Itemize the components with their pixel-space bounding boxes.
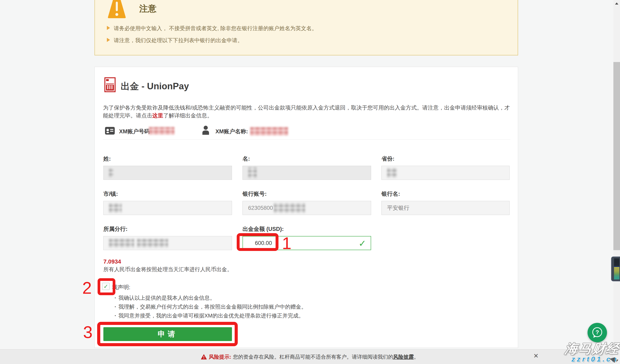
- valid-check-icon: ✓: [358, 238, 366, 249]
- close-icon[interactable]: ✕: [533, 352, 539, 360]
- annotation-box-2: [98, 278, 115, 295]
- branch-label: 所属分行:: [103, 225, 127, 233]
- intro-paragraph: 为了保护各方免受欺诈及降低洗钱和/或恐怖主义融资的可能性，公司出金款项只能依原入…: [103, 104, 512, 120]
- bank-account-input[interactable]: 62305800: [243, 201, 371, 215]
- province-input[interactable]: [381, 166, 510, 180]
- notice-item: 请注意，我们仅处理以下下拉列表中银行的出金申请。: [107, 37, 243, 44]
- bank-document-icon: [104, 77, 116, 92]
- redacted-branch: [109, 239, 134, 248]
- branch-input[interactable]: [103, 236, 232, 250]
- province-label: 省份:: [381, 155, 394, 163]
- help-bubble-icon: ?: [591, 326, 604, 339]
- account-number-label: XM账户号码:: [119, 128, 152, 135]
- declaration-item: 我确认以上提供的是我本人的出金信息。: [115, 294, 215, 302]
- exchange-rate-note: 所有人民币出金将按照处理当天汇率进行人民币出金。: [103, 266, 232, 273]
- risk-warning-icon: [201, 354, 207, 360]
- notice-box: 注意 请务必使用中文输入， 不接受拼音或者英文, 除非您在银行注册的账户姓名为英…: [94, 0, 518, 55]
- city-label: 市/镇:: [103, 190, 118, 197]
- panel-title: 出金 - UnionPay: [121, 80, 189, 92]
- redacted-account-name: [250, 127, 288, 136]
- annotation-number-3: 3: [83, 324, 93, 341]
- scrollbar-thumb[interactable]: [613, 62, 620, 250]
- svg-text:?: ?: [595, 329, 599, 335]
- redacted-branch: [137, 239, 168, 248]
- exchange-rate: 7.0934: [103, 258, 121, 265]
- watermark-title: 海马财经: [564, 340, 620, 357]
- person-icon: [202, 126, 209, 135]
- redacted-province: [387, 168, 397, 178]
- bullet-arrow-icon: [107, 38, 110, 42]
- first-name-input[interactable]: [243, 166, 371, 180]
- divider: [103, 139, 511, 139]
- bank-name-label: 银行名:: [381, 190, 400, 197]
- risk-warning-bar: 风险提示: 您的资金存在风险。杠杆商品可能不适合所有客户。请详细阅读我们的 风险…: [0, 349, 620, 364]
- annotation-box-1: [237, 233, 279, 251]
- notice-heading: 注意: [139, 3, 156, 15]
- redacted-first-name: [248, 167, 257, 178]
- redacted-city: [109, 203, 122, 213]
- scroll-up-icon[interactable]: [615, 2, 618, 4]
- redacted-bank-account: [274, 203, 305, 213]
- details-link[interactable]: 这里: [152, 112, 163, 119]
- bank-account-label: 银行账号:: [243, 190, 267, 197]
- bullet-arrow-icon: [107, 26, 110, 30]
- side-panel-widget[interactable]: [611, 257, 620, 281]
- risk-disclosure-link[interactable]: 风险披露: [393, 353, 414, 360]
- id-card-icon: [105, 127, 115, 135]
- redacted-account-number: [149, 127, 174, 135]
- redacted-last-name: [109, 168, 113, 178]
- annotation-number-1: 1: [282, 235, 292, 252]
- risk-warning-label: 风险提示:: [209, 353, 231, 360]
- withdrawal-page: 注意 请务必使用中文输入， 不接受拼音或者英文, 除非您在银行注册的账户姓名为英…: [0, 0, 620, 364]
- declaration-item: 我同意并接受，我的出金申请可根据XM的出金优先处理条款进行修正并完成。: [115, 312, 304, 319]
- withdrawal-panel: 出金 - UnionPay 为了保护各方免受欺诈及降低洗钱和/或恐怖主义融资的可…: [94, 67, 518, 348]
- annotation-number-2: 2: [82, 279, 92, 296]
- warning-triangle-icon: [108, 0, 126, 19]
- declaration-item: 我理解，交易账户任何方式的出金，将按照出金金额同比例扣除账户中的赠金。: [115, 303, 307, 310]
- bank-name-input[interactable]: 平安银行: [381, 201, 510, 215]
- first-name-label: 名:: [243, 155, 250, 163]
- city-input[interactable]: [103, 201, 232, 215]
- annotation-box-3: [97, 322, 238, 346]
- last-name-input[interactable]: [103, 166, 232, 180]
- amount-label: 出金金额 (USD):: [243, 225, 284, 233]
- account-name-label: XM账户名称:: [216, 128, 248, 135]
- notice-item: 请务必使用中文输入， 不接受拼音或者英文, 除非您在银行注册的账户姓名为英文名。: [107, 25, 317, 32]
- help-button[interactable]: ?: [588, 323, 607, 342]
- last-name-label: 姓:: [103, 155, 111, 163]
